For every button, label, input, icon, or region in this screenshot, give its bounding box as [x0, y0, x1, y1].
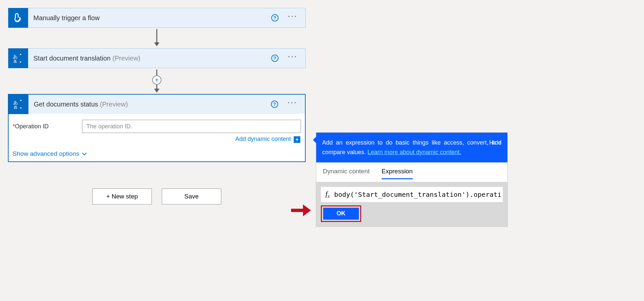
- step-body: *Operation ID Add dynamic content + Show…: [8, 114, 306, 162]
- translate-icon: あa: [8, 48, 28, 68]
- connector-arrow-plus: +: [8, 69, 306, 93]
- add-dynamic-content-link[interactable]: Add dynamic content: [235, 136, 291, 142]
- step-title: Start document translation (Preview): [33, 55, 140, 62]
- tab-expression[interactable]: Expression: [382, 168, 413, 179]
- svg-marker-6: [154, 89, 159, 93]
- step-get-status[interactable]: あa Get documents status (Preview) ···: [8, 94, 306, 114]
- chevron-down-icon: [82, 151, 87, 155]
- help-icon[interactable]: [271, 55, 279, 62]
- translate-icon: あa: [9, 94, 28, 114]
- new-step-button[interactable]: + New step: [92, 189, 152, 204]
- field-label: *Operation ID: [13, 123, 82, 130]
- connector-arrow: [8, 29, 306, 47]
- tab-dynamic-content[interactable]: Dynamic content: [323, 168, 370, 179]
- field-row-operation-id: *Operation ID: [13, 120, 301, 133]
- help-icon[interactable]: [271, 101, 278, 108]
- hide-link[interactable]: Hide: [489, 138, 501, 148]
- step-title: Manually trigger a flow: [33, 14, 100, 22]
- svg-text:a: a: [14, 104, 17, 110]
- step-start-translation[interactable]: あa Start document translation (Preview) …: [8, 48, 306, 68]
- operation-id-input[interactable]: [82, 120, 301, 133]
- plus-icon[interactable]: +: [294, 136, 300, 143]
- expression-panel: Hide Add an expression to do basic thing…: [316, 132, 508, 227]
- svg-rect-9: [291, 209, 304, 212]
- show-advanced-link[interactable]: Show advanced options: [13, 150, 86, 157]
- fx-icon: fx: [321, 190, 334, 199]
- learn-more-link[interactable]: Learn more about dynamic content.: [367, 149, 461, 155]
- expression-row: fx: [321, 187, 503, 202]
- save-button[interactable]: Save: [162, 189, 221, 204]
- svg-marker-10: [303, 204, 311, 216]
- panel-header: Hide Add an expression to do basic thing…: [316, 133, 507, 162]
- step-title: Get documents status (Preview): [34, 101, 128, 108]
- touch-icon: [8, 8, 28, 28]
- expression-input[interactable]: [334, 187, 503, 202]
- svg-marker-1: [154, 42, 159, 46]
- expression-body: fx OK: [316, 182, 507, 227]
- help-icon[interactable]: [271, 14, 279, 22]
- callout-pointer: [313, 137, 316, 143]
- ok-button[interactable]: OK: [323, 208, 359, 220]
- svg-text:a: a: [14, 58, 17, 64]
- panel-tabs: Dynamic content Expression: [316, 162, 507, 182]
- step-manually-trigger[interactable]: Manually trigger a flow ···: [8, 8, 306, 28]
- insert-step-button[interactable]: +: [152, 75, 161, 85]
- annotation-arrow-icon: [291, 204, 311, 216]
- ok-highlight: OK: [321, 205, 361, 222]
